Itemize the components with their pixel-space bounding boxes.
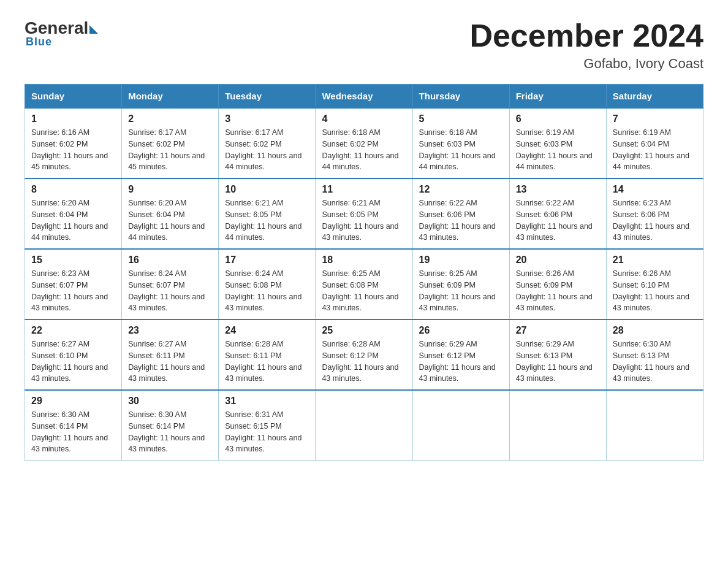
calendar-cell: 15Sunrise: 6:23 AMSunset: 6:07 PMDayligh… bbox=[25, 249, 122, 320]
calendar-cell: 30Sunrise: 6:30 AMSunset: 6:14 PMDayligh… bbox=[122, 390, 219, 461]
day-number: 5 bbox=[419, 113, 503, 124]
day-info: Sunrise: 6:18 AMSunset: 6:03 PMDaylight:… bbox=[419, 127, 503, 173]
header-monday: Monday bbox=[122, 85, 219, 109]
calendar-cell: 22Sunrise: 6:27 AMSunset: 6:10 PMDayligh… bbox=[25, 320, 122, 390]
day-info: Sunrise: 6:30 AMSunset: 6:13 PMDaylight:… bbox=[613, 339, 697, 385]
calendar-cell: 12Sunrise: 6:22 AMSunset: 6:06 PMDayligh… bbox=[412, 178, 509, 249]
day-info: Sunrise: 6:19 AMSunset: 6:03 PMDaylight:… bbox=[516, 127, 600, 173]
logo: General Blue bbox=[25, 18, 98, 48]
day-info: Sunrise: 6:31 AMSunset: 6:15 PMDaylight:… bbox=[225, 409, 309, 455]
day-info: Sunrise: 6:26 AMSunset: 6:10 PMDaylight:… bbox=[613, 268, 697, 314]
day-number: 18 bbox=[322, 255, 406, 266]
day-info: Sunrise: 6:16 AMSunset: 6:02 PMDaylight:… bbox=[31, 127, 115, 173]
day-number: 3 bbox=[225, 113, 309, 124]
calendar-cell bbox=[606, 390, 703, 461]
calendar-cell: 14Sunrise: 6:23 AMSunset: 6:06 PMDayligh… bbox=[606, 178, 703, 249]
calendar-cell: 27Sunrise: 6:29 AMSunset: 6:13 PMDayligh… bbox=[509, 320, 606, 390]
calendar-cell bbox=[509, 390, 606, 461]
page-header: General Blue December 2024 Gofabo, Ivory… bbox=[25, 18, 703, 72]
week-row-1: 1Sunrise: 6:16 AMSunset: 6:02 PMDaylight… bbox=[25, 108, 703, 178]
calendar-cell: 18Sunrise: 6:25 AMSunset: 6:08 PMDayligh… bbox=[316, 249, 412, 320]
day-number: 4 bbox=[322, 113, 406, 124]
day-number: 29 bbox=[31, 396, 115, 407]
day-number: 12 bbox=[419, 184, 503, 195]
day-info: Sunrise: 6:30 AMSunset: 6:14 PMDaylight:… bbox=[128, 409, 212, 455]
day-info: Sunrise: 6:28 AMSunset: 6:12 PMDaylight:… bbox=[322, 339, 406, 385]
day-info: Sunrise: 6:20 AMSunset: 6:04 PMDaylight:… bbox=[128, 197, 212, 243]
header-wednesday: Wednesday bbox=[316, 85, 412, 109]
day-info: Sunrise: 6:25 AMSunset: 6:09 PMDaylight:… bbox=[419, 268, 503, 314]
day-number: 26 bbox=[419, 325, 503, 336]
calendar-cell: 8Sunrise: 6:20 AMSunset: 6:04 PMDaylight… bbox=[25, 178, 122, 249]
day-info: Sunrise: 6:19 AMSunset: 6:04 PMDaylight:… bbox=[613, 127, 697, 173]
calendar-cell: 29Sunrise: 6:30 AMSunset: 6:14 PMDayligh… bbox=[25, 390, 122, 461]
day-info: Sunrise: 6:29 AMSunset: 6:13 PMDaylight:… bbox=[516, 339, 600, 385]
day-number: 23 bbox=[128, 325, 212, 336]
calendar-cell: 28Sunrise: 6:30 AMSunset: 6:13 PMDayligh… bbox=[606, 320, 703, 390]
day-info: Sunrise: 6:18 AMSunset: 6:02 PMDaylight:… bbox=[322, 127, 406, 173]
day-info: Sunrise: 6:28 AMSunset: 6:11 PMDaylight:… bbox=[225, 339, 309, 385]
day-info: Sunrise: 6:22 AMSunset: 6:06 PMDaylight:… bbox=[419, 197, 503, 243]
calendar-cell: 21Sunrise: 6:26 AMSunset: 6:10 PMDayligh… bbox=[606, 249, 703, 320]
calendar-cell: 10Sunrise: 6:21 AMSunset: 6:05 PMDayligh… bbox=[219, 178, 316, 249]
day-info: Sunrise: 6:27 AMSunset: 6:10 PMDaylight:… bbox=[31, 339, 115, 385]
day-info: Sunrise: 6:29 AMSunset: 6:12 PMDaylight:… bbox=[419, 339, 503, 385]
day-info: Sunrise: 6:27 AMSunset: 6:11 PMDaylight:… bbox=[128, 339, 212, 385]
day-info: Sunrise: 6:21 AMSunset: 6:05 PMDaylight:… bbox=[322, 197, 406, 243]
calendar-cell: 31Sunrise: 6:31 AMSunset: 6:15 PMDayligh… bbox=[219, 390, 316, 461]
day-info: Sunrise: 6:22 AMSunset: 6:06 PMDaylight:… bbox=[516, 197, 600, 243]
week-row-4: 22Sunrise: 6:27 AMSunset: 6:10 PMDayligh… bbox=[25, 320, 703, 390]
day-number: 16 bbox=[128, 255, 212, 266]
day-info: Sunrise: 6:23 AMSunset: 6:07 PMDaylight:… bbox=[31, 268, 115, 314]
calendar-cell: 5Sunrise: 6:18 AMSunset: 6:03 PMDaylight… bbox=[412, 108, 509, 178]
day-number: 30 bbox=[128, 396, 212, 407]
day-info: Sunrise: 6:17 AMSunset: 6:02 PMDaylight:… bbox=[225, 127, 309, 173]
day-info: Sunrise: 6:23 AMSunset: 6:06 PMDaylight:… bbox=[613, 197, 697, 243]
day-info: Sunrise: 6:25 AMSunset: 6:08 PMDaylight:… bbox=[322, 268, 406, 314]
day-number: 14 bbox=[613, 184, 697, 195]
day-number: 2 bbox=[128, 113, 212, 124]
calendar-cell: 19Sunrise: 6:25 AMSunset: 6:09 PMDayligh… bbox=[412, 249, 509, 320]
calendar-cell: 17Sunrise: 6:24 AMSunset: 6:08 PMDayligh… bbox=[219, 249, 316, 320]
calendar-cell bbox=[412, 390, 509, 461]
calendar-table: SundayMondayTuesdayWednesdayThursdayFrid… bbox=[25, 84, 703, 461]
calendar-cell: 24Sunrise: 6:28 AMSunset: 6:11 PMDayligh… bbox=[219, 320, 316, 390]
day-number: 17 bbox=[225, 255, 309, 266]
calendar-cell: 1Sunrise: 6:16 AMSunset: 6:02 PMDaylight… bbox=[25, 108, 122, 178]
header-tuesday: Tuesday bbox=[219, 85, 316, 109]
day-number: 10 bbox=[225, 184, 309, 195]
header-row: SundayMondayTuesdayWednesdayThursdayFrid… bbox=[25, 85, 703, 109]
day-info: Sunrise: 6:30 AMSunset: 6:14 PMDaylight:… bbox=[31, 409, 115, 455]
header-saturday: Saturday bbox=[606, 85, 703, 109]
week-row-5: 29Sunrise: 6:30 AMSunset: 6:14 PMDayligh… bbox=[25, 390, 703, 461]
header-friday: Friday bbox=[509, 85, 606, 109]
day-number: 15 bbox=[31, 255, 115, 266]
day-number: 1 bbox=[31, 113, 115, 124]
day-number: 20 bbox=[516, 255, 600, 266]
week-row-3: 15Sunrise: 6:23 AMSunset: 6:07 PMDayligh… bbox=[25, 249, 703, 320]
logo-triangle-icon bbox=[89, 25, 98, 34]
day-info: Sunrise: 6:24 AMSunset: 6:07 PMDaylight:… bbox=[128, 268, 212, 314]
day-info: Sunrise: 6:21 AMSunset: 6:05 PMDaylight:… bbox=[225, 197, 309, 243]
day-number: 31 bbox=[225, 396, 309, 407]
calendar-cell: 25Sunrise: 6:28 AMSunset: 6:12 PMDayligh… bbox=[316, 320, 412, 390]
header-thursday: Thursday bbox=[412, 85, 509, 109]
day-number: 9 bbox=[128, 184, 212, 195]
day-info: Sunrise: 6:17 AMSunset: 6:02 PMDaylight:… bbox=[128, 127, 212, 173]
day-number: 6 bbox=[516, 113, 600, 124]
calendar-cell: 16Sunrise: 6:24 AMSunset: 6:07 PMDayligh… bbox=[122, 249, 219, 320]
day-number: 25 bbox=[322, 325, 406, 336]
day-info: Sunrise: 6:26 AMSunset: 6:09 PMDaylight:… bbox=[516, 268, 600, 314]
day-number: 7 bbox=[613, 113, 697, 124]
calendar-cell: 20Sunrise: 6:26 AMSunset: 6:09 PMDayligh… bbox=[509, 249, 606, 320]
day-number: 19 bbox=[419, 255, 503, 266]
calendar-title: December 2024 bbox=[469, 18, 703, 53]
day-info: Sunrise: 6:24 AMSunset: 6:08 PMDaylight:… bbox=[225, 268, 309, 314]
day-info: Sunrise: 6:20 AMSunset: 6:04 PMDaylight:… bbox=[31, 197, 115, 243]
day-number: 21 bbox=[613, 255, 697, 266]
day-number: 27 bbox=[516, 325, 600, 336]
calendar-cell: 26Sunrise: 6:29 AMSunset: 6:12 PMDayligh… bbox=[412, 320, 509, 390]
calendar-cell: 7Sunrise: 6:19 AMSunset: 6:04 PMDaylight… bbox=[606, 108, 703, 178]
title-section: December 2024 Gofabo, Ivory Coast bbox=[469, 18, 703, 72]
header-sunday: Sunday bbox=[25, 85, 122, 109]
